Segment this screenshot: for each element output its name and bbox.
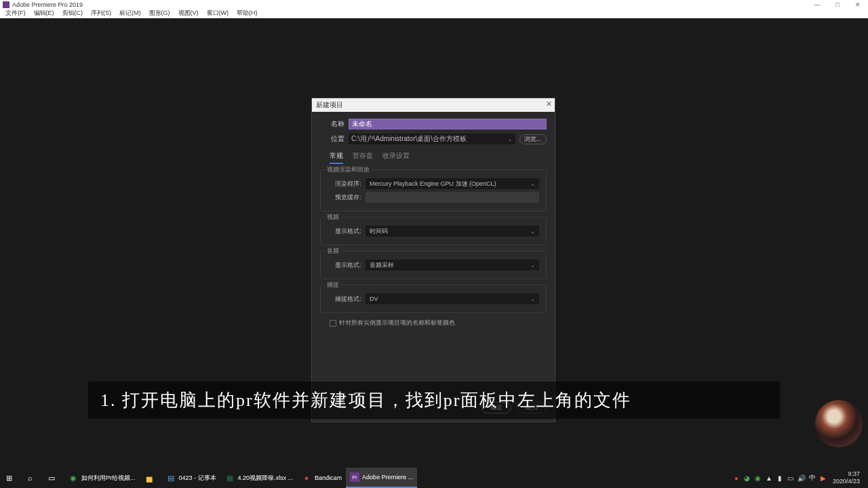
chevron-down-icon: ⌄ xyxy=(530,181,535,187)
tray-icon[interactable]: ▮ xyxy=(774,471,785,485)
menu-help[interactable]: 帮助(H) xyxy=(233,9,262,18)
ime-indicator[interactable]: 中 xyxy=(807,471,818,485)
dialog-tabs: 常规 暂存盘 收录设置 xyxy=(330,151,547,164)
clock[interactable]: 9:37 2020/4/23 xyxy=(829,470,864,485)
name-label: 名称 xyxy=(320,119,349,129)
section-video-render: 视频渲染和回放 渲染程序: Mercury Playback Engine GP… xyxy=(320,169,547,211)
dialog-close-icon[interactable]: ✕ xyxy=(546,100,552,108)
avatar-decoration xyxy=(815,400,863,447)
taskbar-label: 0423 - 记事本 xyxy=(179,474,216,483)
renderer-dropdown[interactable]: Mercury Playback Engine GPU 加速 (OpenCL) … xyxy=(366,178,539,189)
instances-checkbox-row[interactable]: 针对所有实例显示项目项的名称和标签颜色 xyxy=(330,319,547,327)
capture-format-label: 捕捉格式: xyxy=(328,295,366,304)
taskbar-app[interactable]: ▦ 4.20视频降噪.xlsx ... xyxy=(220,468,298,488)
taskbar-label: Adobe Premiere ... xyxy=(362,474,413,481)
menubar: 文件(F) 编辑(E) 剪辑(C) 序列(S) 标记(M) 图形(G) 视图(V… xyxy=(0,9,868,18)
name-input[interactable] xyxy=(349,119,547,129)
dialog-titlebar[interactable]: 新建项目 ✕ xyxy=(312,98,555,112)
taskbar-label: 4.20视频降噪.xlsx ... xyxy=(238,474,294,483)
new-project-dialog: 新建项目 ✕ 名称 位置 C:\用户\Administrator\桌面\合作方模… xyxy=(311,98,555,422)
menu-marker[interactable]: 标记(M) xyxy=(115,9,145,18)
app-title: Adobe Premiere Pro 2019 xyxy=(12,1,83,8)
tray-icon[interactable]: ◉ xyxy=(753,471,764,485)
system-tray: ● ◕ ◉ ▲ ▮ ▭ 🔊 中 ▶ 9:37 2020/4/23 xyxy=(731,470,868,485)
location-label: 位置 xyxy=(320,134,349,144)
menu-graphic[interactable]: 图形(G) xyxy=(145,9,174,18)
section-video: 视频 显示格式: 时间码 ⌄ xyxy=(320,217,547,245)
start-button[interactable]: ⊞ xyxy=(0,468,20,488)
time: 9:37 xyxy=(833,470,860,478)
dialog-body: 名称 位置 C:\用户\Administrator\桌面\合作方模板 ⌄ 浏览.… xyxy=(312,112,555,334)
record-icon: ● xyxy=(301,472,312,483)
search-icon: ⌕ xyxy=(24,472,35,483)
video-display-dropdown[interactable]: 时间码 ⌄ xyxy=(366,226,539,237)
taskbar-app[interactable]: ▅ xyxy=(140,468,161,488)
audio-display-dropdown[interactable]: 音频采样 ⌄ xyxy=(366,260,539,270)
section-title: 视频渲染和回放 xyxy=(325,165,372,174)
minimize-button[interactable]: — xyxy=(807,0,827,9)
windows-icon: ⊞ xyxy=(4,472,14,483)
search-button[interactable]: ⌕ xyxy=(20,468,42,488)
caption-overlay: 1. 打开电脑上的pr软件并新建项目，找到pr面板中左上角的文件 xyxy=(88,382,780,419)
renderer-label: 渲染程序: xyxy=(328,180,366,188)
tray-icon[interactable]: ▲ xyxy=(764,471,774,485)
preview-cache-field xyxy=(366,192,539,203)
network-icon[interactable]: ▭ xyxy=(785,471,796,485)
menu-view[interactable]: 视图(V) xyxy=(174,9,203,18)
close-button[interactable]: ✕ xyxy=(848,0,868,9)
checkbox-icon[interactable] xyxy=(330,320,336,327)
video-display-value: 时间码 xyxy=(370,227,388,236)
premiere-icon: Pr xyxy=(350,472,359,482)
section-capture: 捕捉 捕捉格式: DV ⌄ xyxy=(320,285,547,313)
taskbar-app[interactable]: ◉ 如何利用Pr给视频... xyxy=(64,468,140,488)
location-combo[interactable]: C:\用户\Administrator\桌面\合作方模板 ⌄ xyxy=(349,134,515,144)
tab-general[interactable]: 常规 xyxy=(330,151,343,164)
task-view-icon: ▭ xyxy=(46,472,57,483)
task-view-button[interactable]: ▭ xyxy=(42,468,64,488)
dialog-title: 新建项目 xyxy=(316,100,343,110)
record-tray-icon[interactable]: ● xyxy=(731,471,742,485)
section-title: 捕捉 xyxy=(325,281,341,289)
notepad-icon: ▤ xyxy=(165,472,176,483)
menu-file[interactable]: 文件(F) xyxy=(1,9,30,18)
capture-format-value: DV xyxy=(370,296,378,302)
taskbar-app-active[interactable]: Pr Adobe Premiere ... xyxy=(346,468,417,488)
browse-button[interactable]: 浏览... xyxy=(519,134,547,144)
date: 2020/4/23 xyxy=(833,478,860,485)
wechat-icon[interactable]: ◕ xyxy=(742,471,753,485)
maximize-button[interactable]: □ xyxy=(827,0,848,9)
window-controls: — □ ✕ xyxy=(807,0,868,9)
workspace: 新建项目 ✕ 名称 位置 C:\用户\Administrator\桌面\合作方模… xyxy=(0,18,868,468)
volume-icon[interactable]: 🔊 xyxy=(796,471,807,485)
menu-sequence[interactable]: 序列(S) xyxy=(87,9,115,18)
taskbar-label: 如何利用Pr给视频... xyxy=(81,474,136,483)
tab-ingest[interactable]: 收录设置 xyxy=(382,151,410,164)
audio-display-value: 音频采样 xyxy=(370,261,394,270)
preview-cache-label: 预览缓存: xyxy=(328,193,366,202)
taskbar-app[interactable]: ● Bandicam xyxy=(297,468,346,488)
taskbar: ⊞ ⌕ ▭ ◉ 如何利用Pr给视频... ▅ ▤ 0423 - 记事本 ▦ 4.… xyxy=(0,468,868,488)
menu-clip[interactable]: 剪辑(C) xyxy=(58,9,87,18)
chevron-down-icon: ⌄ xyxy=(530,262,535,268)
renderer-value: Mercury Playback Engine GPU 加速 (OpenCL) xyxy=(370,180,496,188)
capture-format-dropdown[interactable]: DV ⌄ xyxy=(366,293,539,304)
tray-icon[interactable]: ▶ xyxy=(818,471,829,485)
menu-window[interactable]: 窗口(W) xyxy=(203,9,233,18)
chevron-down-icon: ⌄ xyxy=(530,296,535,302)
video-display-label: 显示格式: xyxy=(328,227,366,236)
taskbar-app[interactable]: ▤ 0423 - 记事本 xyxy=(161,468,220,488)
titlebar: Adobe Premiere Pro 2019 xyxy=(0,0,868,9)
audio-display-label: 显示格式: xyxy=(328,261,366,270)
chevron-down-icon: ⌄ xyxy=(530,228,535,235)
menu-edit[interactable]: 编辑(E) xyxy=(30,9,58,18)
section-title: 音频 xyxy=(325,247,341,256)
location-value: C:\用户\Administrator\桌面\合作方模板 xyxy=(351,134,467,144)
app-icon xyxy=(3,1,9,8)
explorer-icon: ▅ xyxy=(144,472,155,483)
section-audio: 音频 显示格式: 音频采样 ⌄ xyxy=(320,251,547,279)
section-title: 视频 xyxy=(325,213,341,222)
checkbox-label: 针对所有实例显示项目项的名称和标签颜色 xyxy=(339,319,455,327)
tab-scratch[interactable]: 暂存盘 xyxy=(353,151,373,164)
taskbar-label: Bandicam xyxy=(315,474,342,481)
chrome-icon: ◉ xyxy=(68,472,79,483)
